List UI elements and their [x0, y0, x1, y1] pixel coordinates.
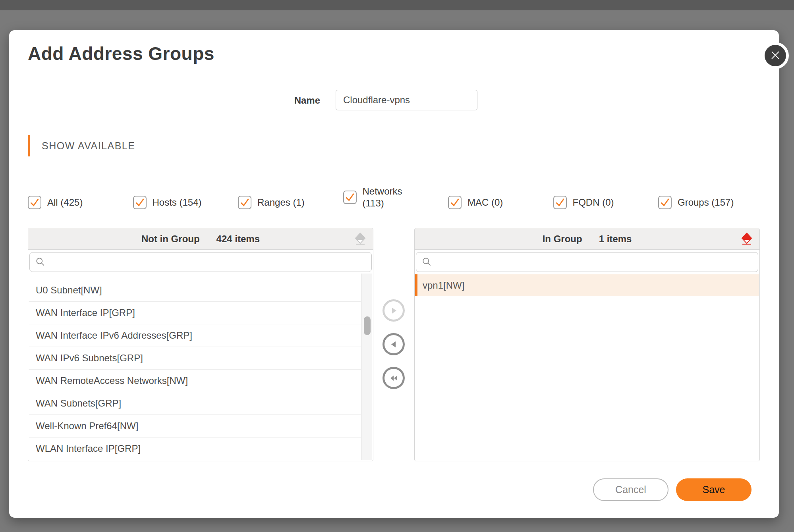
list-scrollbar-thumb[interactable] [364, 316, 371, 335]
filter-label: Networks (113) [363, 185, 410, 209]
checkbox[interactable] [448, 196, 462, 209]
in-group-search [416, 252, 758, 272]
filter-label: MAC (0) [468, 197, 503, 208]
filter-label: Groups (157) [678, 197, 734, 208]
address-object-label: WAN Interface IPv6 Addresses[GRP] [36, 330, 192, 341]
name-input[interactable] [336, 90, 477, 110]
address-object-row[interactable]: WAN IPv6 Subnets[GRP] [29, 347, 361, 370]
filter-checkbox-item: FQDN (0) [553, 196, 659, 209]
address-object-row[interactable]: WAN RemoteAccess Networks[NW] [29, 370, 361, 392]
section-accent-bar [28, 135, 30, 156]
filter-checkbox-item: Hosts (154) [133, 196, 238, 209]
panel-count: 424 items [216, 233, 260, 245]
check-icon [239, 197, 250, 208]
arrow-left-icon [389, 339, 399, 349]
address-object-label: WAN Interface IP[GRP] [36, 307, 135, 318]
not-in-group-search [29, 252, 372, 272]
address-object-label: WLAN Interface IP[GRP] [36, 443, 141, 454]
not-in-group-search-input[interactable] [50, 253, 371, 272]
filter-checkbox-item: All (425) [28, 196, 133, 209]
panel-title: In Group [543, 233, 582, 245]
filter-checkbox-item: Ranges (1) [238, 196, 343, 209]
check-icon [29, 197, 40, 208]
search-icon [35, 257, 46, 267]
address-object-row[interactable]: WLAN Interface IP[GRP] [29, 438, 361, 460]
address-object-label: vpn1[NW] [423, 280, 464, 291]
in-group-header: In Group 1 items [415, 228, 759, 250]
filter-checkbox-item: Networks (113) [343, 185, 448, 209]
filter-label: FQDN (0) [573, 197, 614, 208]
filter-checkbox-item: Groups (157) [658, 196, 734, 209]
in-group-list: vpn1[NW] [415, 274, 759, 296]
address-object-row[interactable]: vpn1[NW] [415, 274, 759, 296]
check-icon [449, 197, 460, 208]
section-title: SHOW AVAILABLE [42, 140, 135, 152]
panel-title: Not in Group [141, 233, 200, 245]
address-object-label: WAN Subnets[GRP] [36, 398, 121, 409]
check-icon [554, 197, 566, 208]
address-object-label: WAN RemoteAccess Networks[NW] [36, 375, 188, 386]
address-object-row[interactable]: U0 Subnet[NW] [29, 279, 361, 302]
cancel-button[interactable]: Cancel [593, 478, 668, 501]
move-right-button[interactable] [383, 299, 405, 322]
type-filter-row: All (425) Hosts (154) Ranges (1) [28, 185, 763, 209]
check-icon [344, 192, 355, 203]
modal-backdrop: Add Address Groups Name SHOW AVAILABLE A… [0, 0, 794, 532]
name-label: Name [263, 95, 320, 106]
checkbox[interactable] [343, 191, 357, 204]
filter-label: Ranges (1) [257, 197, 305, 208]
address-object-label: U0 Subnet[NW] [36, 285, 102, 296]
close-button[interactable] [765, 45, 786, 66]
address-object-label: WAN IPv6 Subnets[GRP] [36, 353, 143, 364]
address-object-row[interactable]: WAN Interface IP[GRP] [29, 302, 361, 324]
check-icon [134, 197, 145, 208]
clear-list-eraser-icon[interactable] [740, 233, 753, 245]
in-group-panel: In Group 1 items [414, 228, 760, 461]
in-group-search-input[interactable] [436, 253, 758, 272]
filter-checkbox-item: MAC (0) [448, 196, 553, 209]
not-in-group-list: U0 Subnet[NW] WAN Interface IP[GRP] WAN … [29, 274, 361, 461]
save-button[interactable]: Save [676, 478, 751, 501]
not-in-group-header: Not in Group 424 items [28, 228, 373, 250]
checkbox[interactable] [238, 196, 251, 209]
not-in-group-panel: Not in Group 424 items [28, 228, 373, 461]
search-icon [422, 257, 432, 267]
checkbox[interactable] [28, 196, 41, 209]
address-object-row[interactable]: Well-Known Pref64[NW] [29, 415, 361, 438]
dialog-title: Add Address Groups [28, 43, 214, 64]
address-object-row[interactable]: WAN Interface IPv6 Addresses[GRP] [29, 324, 361, 347]
not-in-group-body: U0 Subnet[NW] WAN Interface IP[GRP] WAN … [28, 250, 373, 461]
backdrop-top-strip [0, 0, 794, 10]
arrow-right-icon [389, 306, 399, 316]
list-scrollbar-track[interactable] [361, 274, 372, 460]
move-all-left-button[interactable] [383, 367, 405, 389]
clear-list-eraser-icon[interactable] [354, 233, 367, 245]
check-icon [659, 197, 670, 208]
filter-label: All (425) [47, 197, 83, 208]
checkbox[interactable] [658, 196, 672, 209]
panel-count: 1 items [599, 233, 632, 245]
transfer-button-column [383, 299, 405, 389]
close-icon [770, 50, 780, 62]
filter-label: Hosts (154) [153, 197, 202, 208]
checkbox[interactable] [553, 196, 567, 209]
in-group-body: vpn1[NW] [415, 250, 759, 461]
move-left-button[interactable] [383, 333, 405, 355]
checkbox[interactable] [133, 196, 147, 209]
double-arrow-left-icon [389, 373, 399, 383]
add-address-groups-dialog: Add Address Groups Name SHOW AVAILABLE A… [9, 30, 779, 518]
show-available-section: SHOW AVAILABLE [28, 135, 135, 156]
address-object-row[interactable]: WAN Subnets[GRP] [29, 392, 361, 415]
address-object-label: Well-Known Pref64[NW] [36, 420, 138, 432]
